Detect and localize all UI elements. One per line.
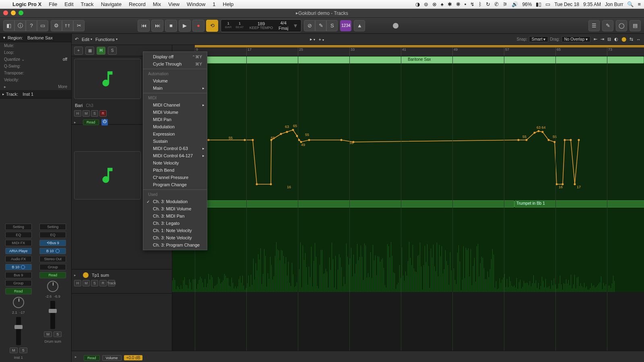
menu-item[interactable]: Ch. 3: MIDI Volume xyxy=(143,205,207,212)
menubar-date[interactable]: Tue Dec 18 xyxy=(554,2,579,7)
menu-icon[interactable]: ≡ xyxy=(638,1,641,7)
menu-item[interactable]: Channel Pressure xyxy=(143,174,207,181)
expand-icon[interactable]: ▸ xyxy=(74,273,79,277)
metronome-button[interactable]: ▲ xyxy=(354,20,365,31)
tool-button[interactable]: ⬤ xyxy=(621,37,626,42)
status-icon[interactable]: ❋ xyxy=(456,1,460,7)
tool-button[interactable]: ⇥ xyxy=(601,37,604,42)
stop-button[interactable]: ■ xyxy=(165,20,177,32)
output-slot[interactable]: Bus 9 xyxy=(5,272,32,278)
track-color[interactable] xyxy=(83,272,89,278)
track-lanes[interactable]: Baritone Sax 5555556365554955165563 6455… xyxy=(172,56,644,362)
status-icon[interactable]: ↻ xyxy=(486,1,490,7)
menu-item[interactable]: MIDI Control 0-63▸ xyxy=(143,145,207,152)
menu-navigate[interactable]: Navigate xyxy=(97,1,125,7)
expand-icon[interactable]: ▸ xyxy=(75,355,80,359)
output-slot[interactable]: Stereo Out xyxy=(39,256,66,262)
add-track-button[interactable]: + xyxy=(74,47,83,55)
group-slot[interactable]: Group xyxy=(5,280,32,286)
menu-record[interactable]: Record xyxy=(125,1,149,7)
track-name[interactable]: Bari xyxy=(74,102,84,109)
tool-button[interactable]: ⊟ xyxy=(607,37,611,42)
expand-icon[interactable]: ▸ xyxy=(74,120,79,124)
region[interactable]: Baritone Sax xyxy=(195,56,644,64)
solo-button[interactable]: S xyxy=(19,348,27,353)
snap-select[interactable]: Smart ▾ xyxy=(529,36,548,42)
read-mode[interactable]: Read xyxy=(84,355,100,361)
tuner-button[interactable]: ⊘ xyxy=(304,20,315,31)
loops-button[interactable]: ◯ xyxy=(616,20,627,31)
drag-select[interactable]: No Overlap ▾ xyxy=(561,36,590,42)
hide-button[interactable]: H xyxy=(97,47,105,55)
menu-item[interactable]: Program Change xyxy=(143,181,207,188)
solo-button[interactable]: S xyxy=(54,331,62,337)
battery-icon[interactable]: ▮▯ xyxy=(536,1,541,7)
app-name[interactable]: Logic Pro X xyxy=(9,1,45,7)
track-thumbnail[interactable] xyxy=(74,59,141,99)
rewind-button[interactable]: ⏮ xyxy=(138,20,150,32)
list-editors-button[interactable]: ☰ xyxy=(588,20,600,31)
pointer-tool[interactable]: ▸ ▾ xyxy=(310,37,315,42)
menu-item[interactable]: Pitch Bend xyxy=(143,167,207,174)
track-name[interactable]: Tp1 sum xyxy=(91,272,110,278)
bluetooth-icon[interactable]: ᛒ xyxy=(479,1,482,7)
inspector-row[interactable]: Q-Swing: xyxy=(0,63,71,70)
toolbar-button[interactable]: ▭ xyxy=(37,20,48,31)
status-icon[interactable]: ↯ xyxy=(470,1,475,7)
audiofx-slot[interactable]: Audio FX xyxy=(5,256,32,262)
menu-item[interactable]: Ch. 3: Program Change xyxy=(143,241,207,249)
menu-item[interactable]: MIDI Control 64-127▸ xyxy=(143,152,207,159)
browser-button[interactable]: ▤ xyxy=(630,20,641,31)
s-button[interactable]: S xyxy=(91,110,98,117)
menu-item[interactable]: Display off⌃⌘Y xyxy=(143,53,207,60)
forward-button[interactable]: ⏭ xyxy=(151,20,163,32)
functions-menu[interactable]: Functions ▾ xyxy=(95,37,118,42)
region[interactable]: Trumpet in Bb 1 xyxy=(172,200,514,208)
status-icon[interactable]: ✆ xyxy=(494,1,499,7)
close-button[interactable] xyxy=(3,10,8,15)
status-icon[interactable]: ▪ xyxy=(464,1,466,7)
midifx-slot[interactable]: MIDI FX xyxy=(5,240,32,246)
send-slot[interactable]: B 10 xyxy=(5,264,32,270)
volume-icon[interactable]: 🔊 xyxy=(512,1,518,7)
solo-button[interactable]: S xyxy=(326,20,338,31)
menu-item[interactable]: Ch. 1: Note Velocity xyxy=(143,227,207,234)
automation-lane[interactable]: 5555556365554955165563 64551617 xyxy=(172,64,644,200)
view-button[interactable]: ▦ xyxy=(85,47,94,55)
menu-track[interactable]: Track xyxy=(77,1,97,7)
menu-item[interactable]: Main▸ xyxy=(143,84,207,92)
settings-icon[interactable]: ⚙ xyxy=(51,20,62,31)
r-button[interactable]: R xyxy=(99,110,107,117)
track-thumbnail[interactable] xyxy=(74,151,141,200)
menu-item[interactable]: Ch. 3: Note Velocity xyxy=(143,234,207,241)
inspector-button[interactable]: ⓘ xyxy=(14,20,26,31)
menu-item[interactable]: Sustain xyxy=(143,138,207,145)
menu-item[interactable]: Expression xyxy=(143,130,207,138)
waveform-lane[interactable] xyxy=(172,208,644,292)
volume-fader[interactable] xyxy=(16,317,21,345)
instrument-slot[interactable]: ⟲ Bus 9 xyxy=(39,240,66,246)
read-mode[interactable]: Read xyxy=(83,119,99,125)
status-icon[interactable]: ♠ xyxy=(441,1,444,7)
menu-item[interactable]: MIDI Volume xyxy=(143,109,207,116)
region-header[interactable]: ▼Region: Baritone Sax xyxy=(0,34,71,42)
h-button[interactable]: H xyxy=(74,110,81,117)
secondary-tool[interactable]: + ▾ xyxy=(318,37,324,42)
track-header[interactable]: ▸Track: Inst 1 xyxy=(0,90,71,99)
timeline-ruler[interactable]: 9172533414957657381 xyxy=(172,45,644,56)
group-slot[interactable]: Group xyxy=(39,264,66,270)
cycle-button[interactable]: ⟲ xyxy=(206,20,218,32)
count-in-button[interactable]: ✎ xyxy=(315,20,326,31)
mode-button[interactable]: 1234 xyxy=(340,20,351,31)
menu-item[interactable]: Ch. 3: MIDI Pan xyxy=(143,212,207,220)
scissors-icon[interactable]: ✂ xyxy=(73,20,85,31)
library-button[interactable]: ◧ xyxy=(3,20,14,31)
menu-item[interactable]: MIDI Channel▸ xyxy=(143,101,207,109)
notes-button[interactable]: ✎ xyxy=(602,20,613,31)
pan-knob[interactable] xyxy=(47,281,58,292)
inspector-row[interactable]: Velocity: xyxy=(0,76,71,83)
send-slot[interactable]: B 10 xyxy=(39,248,66,254)
inspector-row[interactable]: Transpose: xyxy=(0,70,71,76)
setting-slot[interactable]: Setting xyxy=(5,224,32,230)
status-icon[interactable]: ⊗ xyxy=(432,1,437,7)
